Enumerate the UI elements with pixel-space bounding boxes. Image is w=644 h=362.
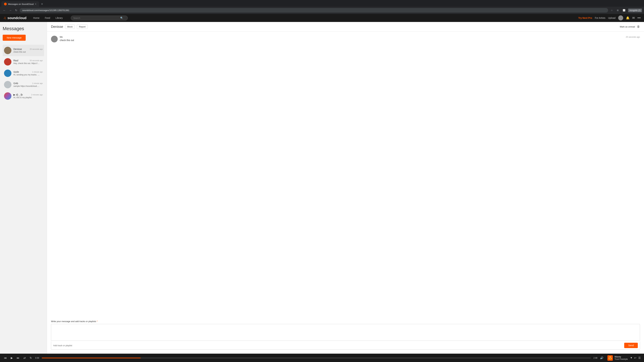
chat-area: Denisse Block Report Mark as unread 🗑 Me… [47, 22, 644, 354]
nav-home[interactable]: Home [30, 14, 42, 22]
conv-name-d: ▶ d[-_-]b [14, 93, 23, 96]
conv-header-rizzle: rizzle 1 minute ago [14, 70, 43, 73]
queue-icon[interactable]: ☰ [638, 356, 641, 360]
soundcloud-app: ♫ soundcloud Home Feed Library 🔍 Try Nex… [0, 14, 644, 362]
search-icon: 🔍 [120, 16, 123, 19]
soundcloud-logo[interactable]: ♫ soundcloud [3, 16, 26, 20]
browser-nav-right: ☆ ⊞ ⬜ Incognito (2) [610, 8, 642, 12]
browser-nav-bar: ← → ↻ ☆ ⊞ ⬜ Incognito (2) [0, 7, 644, 14]
repeat-button[interactable]: ↻ [29, 356, 32, 360]
skip-back-button[interactable]: ⏮ [3, 356, 8, 360]
block-button[interactable]: Block [65, 25, 75, 29]
reply-label-text: Write your message and add tracks or pla… [51, 320, 96, 323]
conversation-item-gab[interactable]: GAb 1 minute ago sample https://soundclo… [3, 79, 44, 90]
conv-header-denisse: Denisse 25 seconds ago [14, 48, 43, 50]
conversation-item-raul[interactable]: Raul 50 seconds ago Hey, check this out.… [3, 56, 44, 67]
play-button[interactable]: ▶ [10, 356, 14, 360]
messages-icon[interactable]: ✉ [632, 16, 635, 20]
player-right-controls: ♥ ↩ ☰ [630, 356, 641, 360]
player-track-artist: Trust Freestyle [614, 358, 628, 360]
conversation-list: Denisse 25 seconds ago check this out Ra… [3, 45, 44, 102]
conv-time-raul: 50 seconds ago [30, 59, 43, 61]
message-text: check this out [60, 39, 640, 41]
report-button[interactable]: Report [77, 25, 88, 29]
conv-info-raul: Raul 50 seconds ago Hey, check this out.… [14, 59, 43, 64]
conversation-item-rizzle[interactable]: rizzle 1 minute ago Hi, sending you my t… [3, 67, 44, 79]
conv-info-denisse: Denisse 25 seconds ago check this out [14, 48, 43, 53]
nav-right-section: Try Next Pro For Artists Upload 🔔 ✉ ••• [578, 15, 641, 20]
required-indicator: * [97, 320, 98, 323]
repost-icon[interactable]: ↩ [634, 356, 636, 360]
browser-chrome: Messages on SoundCloud × + ← → ↻ ☆ ⊞ ⬜ I… [0, 0, 644, 14]
user-avatar[interactable] [618, 15, 623, 20]
conv-time-rizzle: 1 minute ago [32, 71, 43, 73]
conv-header-d: ▶ d[-_-]b 2 minutes ago [14, 93, 43, 96]
conversation-item-d[interactable]: ▶ d[-_-]b 2 minutes ago Hi, this is my p… [3, 90, 44, 102]
new-message-button[interactable]: New message [3, 35, 26, 41]
add-track-button[interactable]: Add track or playlist [53, 344, 72, 347]
shuffle-button[interactable]: ⇄ [23, 356, 26, 360]
current-time: 0:30 [35, 357, 39, 359]
total-duration: 2:48 [594, 357, 598, 359]
browser-tab[interactable]: Messages on SoundCloud × [1, 1, 39, 7]
back-button[interactable]: ← [2, 8, 7, 12]
message-time: 25 seconds ago [626, 36, 640, 38]
player-bar: ⏮ ▶ ⏭ ⇄ ↻ 0:30 2:48 🔊 😍 Wavey Trust Free… [0, 354, 644, 362]
upload-button[interactable]: Upload [608, 16, 616, 19]
conv-info-d: ▶ d[-_-]b 2 minutes ago Hi, this is my p… [14, 93, 43, 99]
nav-feed[interactable]: Feed [42, 14, 53, 22]
new-tab-button[interactable]: + [40, 1, 44, 7]
reply-label: Write your message and add tracks or pla… [51, 320, 640, 323]
conv-header-raul: Raul 50 seconds ago [14, 59, 43, 62]
star-icon[interactable]: ☆ [610, 8, 614, 12]
progress-fill [42, 358, 140, 358]
notifications-icon[interactable]: 🔔 [626, 16, 630, 20]
message-header: Me 25 seconds ago [60, 36, 640, 38]
send-button[interactable]: Send [624, 343, 638, 348]
conv-preview-d: Hi, this is my playlist. [14, 96, 40, 99]
avatar-d [4, 92, 12, 100]
avatar-raul [4, 58, 12, 65]
search-input[interactable] [71, 15, 128, 20]
delete-conversation-button[interactable]: 🗑 [637, 25, 640, 28]
for-artists-link[interactable]: For Artists [595, 16, 606, 19]
chat-recipient-name: Denisse [51, 25, 63, 29]
skip-forward-button[interactable]: ⏭ [16, 356, 20, 360]
conv-name-raul: Raul [14, 59, 18, 62]
conversation-item-denisse[interactable]: Denisse 25 seconds ago check this out [3, 45, 44, 56]
conv-info-rizzle: rizzle 1 minute ago Hi, sending you my t… [14, 70, 43, 76]
progress-bar[interactable] [42, 358, 591, 358]
player-track-text: Wavey Trust Freestyle [614, 356, 628, 360]
more-options-icon[interactable]: ••• [638, 16, 641, 20]
avatar-gab [4, 81, 12, 88]
nav-library[interactable]: Library [53, 14, 66, 22]
message-avatar-me [51, 36, 58, 42]
mark-unread-button[interactable]: Mark as unread [620, 25, 635, 28]
tab-title: Messages on SoundCloud [8, 3, 34, 5]
tab-favicon [4, 3, 7, 5]
conv-info-gab: GAb 1 minute ago sample https://soundclo… [14, 82, 43, 87]
customize-icon[interactable]: ⊞ [616, 8, 620, 12]
player-track-info: 😍 Wavey Trust Freestyle [608, 355, 628, 361]
reply-actions: Add track or playlist Send [51, 341, 640, 350]
browser-tab-bar: Messages on SoundCloud × + [0, 0, 644, 7]
conv-time-gab: 1 minute ago [32, 82, 43, 84]
main-content: Messages New message Denisse 25 seconds … [0, 22, 644, 354]
forward-button[interactable]: → [8, 8, 13, 12]
player-track-name: Wavey [614, 356, 628, 358]
tab-close-btn[interactable]: × [35, 3, 36, 5]
reply-textarea[interactable] [51, 324, 640, 341]
conv-header-gab: GAb 1 minute ago [14, 82, 43, 85]
soundcloud-logo-text: soundcloud [8, 16, 26, 20]
message-row: Me 25 seconds ago check this out [51, 36, 640, 42]
player-track-art[interactable]: 😍 [608, 355, 613, 361]
try-next-pro-link[interactable]: Try Next Pro [578, 16, 592, 19]
address-bar[interactable] [20, 8, 608, 12]
avatar-rizzle [4, 69, 12, 77]
incognito-badge[interactable]: Incognito (2) [628, 8, 642, 12]
volume-icon[interactable]: 🔊 [600, 356, 604, 360]
top-nav: ♫ soundcloud Home Feed Library 🔍 Try Nex… [0, 14, 644, 22]
favorite-icon[interactable]: ♥ [630, 356, 632, 360]
split-screen-icon[interactable]: ⬜ [621, 8, 627, 12]
refresh-button[interactable]: ↻ [14, 8, 18, 12]
